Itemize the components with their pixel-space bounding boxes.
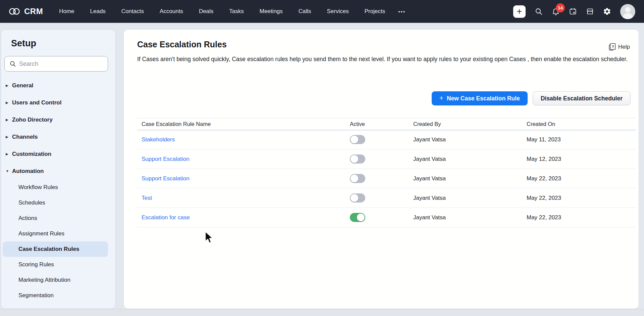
created-on-cell: May 11, 2023 bbox=[527, 136, 636, 143]
created-by-cell: Jayant Vatsa bbox=[413, 136, 527, 143]
nav-item-tasks[interactable]: Tasks bbox=[229, 8, 244, 15]
rule-name-link[interactable]: Support Escalation bbox=[142, 175, 190, 182]
sidebar-item-schedules[interactable]: Schedules bbox=[3, 195, 108, 211]
active-toggle-off[interactable] bbox=[350, 135, 365, 144]
quick-create-button[interactable]: + bbox=[513, 5, 526, 18]
caret-right-icon: ▶ bbox=[6, 101, 10, 104]
caret-down-icon: ▼ bbox=[6, 169, 10, 173]
active-toggle-on[interactable] bbox=[350, 213, 365, 222]
section-label: Users and Control bbox=[12, 99, 61, 106]
created-on-cell: May 22, 2023 bbox=[527, 175, 636, 182]
notifications-button[interactable]: 14 bbox=[552, 7, 560, 15]
section-label: Customization bbox=[12, 151, 51, 157]
rule-name-link[interactable]: Escalation for case bbox=[142, 214, 190, 221]
svg-text:?: ? bbox=[612, 45, 614, 49]
marketplace-icon[interactable] bbox=[586, 7, 594, 15]
logo-text: CRM bbox=[24, 7, 43, 16]
caret-right-icon: ▶ bbox=[6, 135, 10, 139]
disable-escalation-scheduler-button[interactable]: Disable Escalation Scheduler bbox=[533, 91, 631, 105]
escalation-rules-table: Case Escalation Rule NameActiveCreated B… bbox=[137, 118, 636, 227]
sidebar-title: Setup bbox=[11, 38, 115, 49]
created-on-cell: May 22, 2023 bbox=[527, 214, 636, 221]
toggle-knob bbox=[351, 136, 358, 143]
more-modules-button[interactable]: ••• bbox=[398, 9, 406, 14]
setup-tree: ▶General▶Users and Control▶Zoho Director… bbox=[1, 77, 115, 303]
page-description: If Cases aren't being solved quickly, Ca… bbox=[137, 54, 630, 64]
calendar-icon[interactable] bbox=[569, 7, 577, 15]
table-row: Test Jayant Vatsa May 22, 2023 bbox=[137, 188, 636, 208]
help-doc-icon: ? bbox=[609, 43, 616, 51]
toggle-knob bbox=[351, 194, 358, 202]
created-by-cell: Jayant Vatsa bbox=[413, 156, 527, 163]
search-icon[interactable] bbox=[535, 7, 543, 15]
nav-item-projects[interactable]: Projects bbox=[365, 8, 385, 15]
toggle-knob bbox=[351, 175, 358, 182]
created-by-cell: Jayant Vatsa bbox=[413, 214, 527, 221]
sidebar-item-scoring-rules[interactable]: Scoring Rules bbox=[3, 257, 108, 272]
nav-item-accounts[interactable]: Accounts bbox=[160, 8, 183, 15]
table-row: Support Escalation Jayant Vatsa May 22, … bbox=[137, 169, 636, 188]
sidebar-section-users-and-control[interactable]: ▶Users and Control bbox=[1, 94, 115, 111]
window-bottom-strip bbox=[0, 309, 644, 316]
sidebar-item-marketing-attribution[interactable]: Marketing Attribution bbox=[3, 272, 108, 288]
sidebar-item-assignment-rules[interactable]: Assignment Rules bbox=[3, 226, 108, 241]
navbar-actions: + 14 bbox=[513, 4, 635, 19]
help-label: Help bbox=[618, 44, 630, 50]
nav-item-services[interactable]: Services bbox=[327, 8, 349, 15]
sidebar-item-actions[interactable]: Actions bbox=[3, 211, 108, 226]
sidebar-section-channels[interactable]: ▶Channels bbox=[1, 128, 115, 145]
sidebar-item-case-escalation-rules[interactable]: Case Escalation Rules bbox=[3, 241, 108, 257]
sidebar-item-workflow-rules[interactable]: Workflow Rules bbox=[3, 180, 108, 195]
nav-item-home[interactable]: Home bbox=[59, 8, 74, 15]
main-content-card: Case Escalation Rules ? Help If Cases ar… bbox=[123, 29, 639, 309]
sidebar-search[interactable] bbox=[4, 56, 108, 72]
sidebar-section-general[interactable]: ▶General bbox=[1, 77, 115, 94]
module-tabs: HomeLeadsContactsAccountsDealsTasksMeeti… bbox=[59, 8, 401, 15]
created-on-cell: May 12, 2023 bbox=[527, 156, 636, 163]
search-icon bbox=[9, 60, 16, 67]
toggle-knob bbox=[351, 155, 358, 163]
active-toggle-off[interactable] bbox=[350, 193, 365, 202]
column-header-created-by: Created By bbox=[413, 121, 527, 127]
plus-icon: + bbox=[439, 94, 443, 102]
user-avatar[interactable] bbox=[620, 4, 635, 19]
new-rule-label: New Case Escalation Rule bbox=[447, 95, 520, 102]
person-silhouette-icon bbox=[620, 4, 635, 19]
zoho-crm-logo[interactable]: CRM bbox=[9, 7, 43, 16]
page-title: Case Escalation Rules bbox=[137, 40, 227, 49]
toggle-knob bbox=[357, 214, 365, 221]
section-label: Channels bbox=[12, 134, 38, 140]
created-on-cell: May 22, 2023 bbox=[527, 195, 636, 201]
rule-name-link[interactable]: Stakeholders bbox=[142, 136, 175, 143]
active-toggle-off[interactable] bbox=[350, 154, 365, 164]
created-by-cell: Jayant Vatsa bbox=[413, 195, 527, 201]
sidebar-section-customization[interactable]: ▶Customization bbox=[1, 145, 115, 163]
zoho-logo-icon bbox=[9, 7, 20, 15]
column-header-created-on: Created On bbox=[527, 121, 636, 127]
rule-name-link[interactable]: Test bbox=[142, 195, 152, 201]
column-header-active: Active bbox=[350, 121, 413, 127]
nav-item-leads[interactable]: Leads bbox=[90, 8, 106, 15]
settings-gear-icon[interactable] bbox=[603, 7, 611, 15]
nav-item-calls[interactable]: Calls bbox=[299, 8, 311, 15]
new-case-escalation-rule-button[interactable]: + New Case Escalation Rule bbox=[432, 91, 528, 105]
column-header-case-escalation-rule-name: Case Escalation Rule Name bbox=[137, 121, 350, 127]
created-by-cell: Jayant Vatsa bbox=[413, 175, 527, 182]
help-link[interactable]: ? Help bbox=[609, 43, 630, 51]
sidebar-item-segmentation[interactable]: Segmentation bbox=[3, 288, 108, 303]
sidebar-section-automation[interactable]: ▼Automation bbox=[1, 163, 115, 180]
active-toggle-off[interactable] bbox=[350, 174, 365, 183]
sidebar-section-zoho-directory[interactable]: ▶Zoho Directory bbox=[1, 111, 115, 128]
section-label: Automation bbox=[12, 168, 44, 175]
table-header: Case Escalation Rule NameActiveCreated B… bbox=[137, 118, 636, 130]
caret-right-icon: ▶ bbox=[6, 152, 10, 156]
search-input[interactable] bbox=[19, 60, 103, 67]
nav-item-deals[interactable]: Deals bbox=[199, 8, 213, 15]
caret-right-icon: ▶ bbox=[6, 118, 10, 122]
caret-right-icon: ▶ bbox=[6, 84, 10, 87]
top-navbar: CRM HomeLeadsContactsAccountsDealsTasksM… bbox=[0, 0, 644, 23]
nav-item-contacts[interactable]: Contacts bbox=[121, 8, 144, 15]
nav-item-meetings[interactable]: Meetings bbox=[260, 8, 283, 15]
rule-name-link[interactable]: Support Escalation bbox=[142, 156, 190, 162]
section-label: Zoho Directory bbox=[12, 117, 53, 123]
